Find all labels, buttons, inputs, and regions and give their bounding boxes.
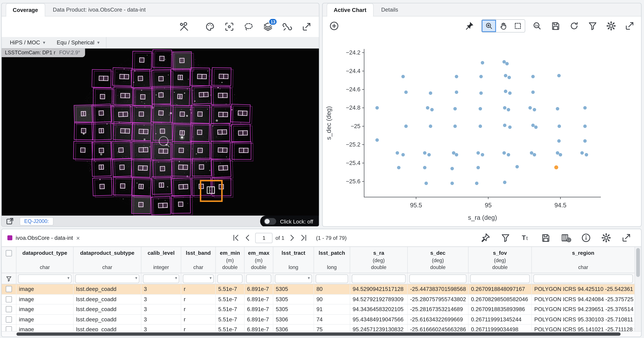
filter-chart-button[interactable] bbox=[586, 19, 599, 33]
column-header-lsst_tract[interactable]: lsst_tractlong bbox=[273, 247, 314, 273]
layers-button[interactable]: 13 bbox=[261, 20, 274, 33]
scrollbar-thumb[interactable] bbox=[636, 248, 640, 277]
cell-em_max: 6.891e-7 bbox=[244, 284, 273, 294]
zoom-original-button[interactable]: 1x bbox=[530, 19, 544, 33]
tab-active-chart[interactable]: Active Chart bbox=[327, 3, 374, 17]
unlink-button[interactable] bbox=[281, 20, 294, 33]
svg-text:95: 95 bbox=[485, 202, 492, 209]
table-tab[interactable]: ivoa.ObsCore - data-int × bbox=[6, 234, 82, 241]
cell-em_max: 6.891e-7 bbox=[244, 304, 273, 314]
column-header-lsst_patch[interactable]: lsst_patchlong bbox=[314, 247, 350, 273]
table-info-button[interactable] bbox=[580, 231, 592, 244]
page-number-input[interactable] bbox=[255, 233, 272, 243]
filter-input-s_dec[interactable] bbox=[409, 274, 466, 283]
select-all-checkbox[interactable] bbox=[6, 250, 12, 256]
column-header-lsst_band[interactable]: lsst_bandchar bbox=[181, 247, 216, 273]
add-chart-button[interactable] bbox=[328, 19, 341, 33]
tab-data-product[interactable]: Data Product: ivoa.ObsCore - data-int bbox=[46, 3, 153, 16]
sky-view[interactable]: LSSTComCam: DP1 r FOV:2.9° bbox=[2, 49, 319, 216]
column-header-dataproduct_subtype[interactable]: dataproduct_subtypechar bbox=[74, 247, 142, 273]
chart-settings-button[interactable] bbox=[604, 19, 618, 33]
expand-viewer-button[interactable] bbox=[300, 20, 313, 33]
filter-input-calib_level[interactable]: ▾ bbox=[143, 274, 179, 283]
recenter-button[interactable] bbox=[223, 20, 236, 33]
filter-input-dataproduct_type[interactable]: ▾ bbox=[18, 274, 72, 283]
close-table-icon[interactable]: × bbox=[76, 234, 80, 241]
row-checkbox[interactable] bbox=[6, 306, 12, 312]
first-page-button[interactable] bbox=[232, 233, 240, 242]
palette-icon bbox=[204, 21, 215, 32]
add-column-button[interactable] bbox=[559, 231, 572, 244]
filter-input-em_min[interactable] bbox=[217, 274, 242, 283]
vertical-scrollbar[interactable] bbox=[634, 247, 641, 331]
save-table-button[interactable] bbox=[539, 231, 552, 244]
projection-dropdown[interactable]: Equ / Spherical ▾ bbox=[52, 37, 104, 48]
pan-mode-button[interactable] bbox=[496, 20, 510, 32]
filter-input-s_ra[interactable] bbox=[352, 274, 406, 283]
table-row[interactable]: imagelsst.deep_coadd3r5.51e-76.891e-7530… bbox=[2, 304, 641, 315]
expand-table-button[interactable] bbox=[620, 231, 633, 244]
table-row[interactable]: imagelsst.deep_coadd3r5.51e-76.891e-7530… bbox=[2, 294, 641, 304]
save-chart-button[interactable] bbox=[549, 19, 562, 33]
tab-details[interactable]: Details bbox=[374, 3, 405, 16]
cell-s_region: POLYGON ICRS 94.425110 -25.542361 94. bbox=[532, 284, 635, 294]
pin-table-button[interactable] bbox=[479, 231, 492, 244]
info-icon bbox=[581, 232, 592, 243]
horizontal-scrollbar[interactable] bbox=[2, 331, 641, 337]
cell-em_min: 5.51e-7 bbox=[216, 284, 244, 294]
filter-input-s_region[interactable] bbox=[534, 274, 633, 283]
cell-em_max: 6.891e-7 bbox=[244, 294, 273, 304]
column-header-calib_level[interactable]: calib_levelinteger bbox=[142, 247, 181, 273]
column-header-s_ra[interactable]: s_ra(deg)double bbox=[350, 247, 408, 273]
cell-s_fov: 0.26708298508582046 bbox=[468, 294, 532, 304]
pin-chart-button[interactable] bbox=[463, 19, 476, 33]
column-header-s_region[interactable]: s_regionchar bbox=[532, 247, 635, 273]
filter-table-button[interactable] bbox=[499, 231, 512, 244]
text-view-button[interactable]: T t bbox=[519, 231, 532, 244]
select-mode-button[interactable] bbox=[510, 20, 525, 32]
scrollbar-thumb[interactable] bbox=[16, 332, 621, 336]
next-page-button[interactable] bbox=[287, 233, 296, 242]
column-header-em_max[interactable]: em_max(m)double bbox=[244, 247, 273, 273]
filter-input-lsst_band[interactable]: ▾ bbox=[183, 274, 214, 283]
scatter-chart[interactable]: −24.2−24.4−24.6−24.8−25−25.2−25.4−25.695… bbox=[323, 35, 641, 227]
cell-lsst_band: r bbox=[181, 304, 216, 314]
column-header-s_fov[interactable]: s_fov(deg)double bbox=[468, 247, 532, 273]
filter-input-lsst_tract[interactable]: ▾ bbox=[275, 274, 312, 283]
column-header-dataproduct_type[interactable]: dataproduct_typechar bbox=[16, 247, 74, 273]
table-row[interactable]: imagelsst.deep_coadd3r5.51e-76.891e-7530… bbox=[2, 284, 641, 294]
filter-input-dataproduct_subtype[interactable]: ▾ bbox=[75, 274, 140, 283]
color-palette-button[interactable] bbox=[204, 20, 216, 33]
filter-input-lsst_patch[interactable] bbox=[316, 274, 348, 283]
filter-funnel-cell[interactable] bbox=[2, 273, 16, 284]
row-checkbox[interactable] bbox=[6, 316, 12, 322]
filter-input-s_fov[interactable] bbox=[470, 274, 530, 283]
region-select-button[interactable] bbox=[242, 20, 255, 33]
filter-input-em_max[interactable] bbox=[246, 274, 271, 283]
click-lock-toggle[interactable]: Click Lock: off bbox=[260, 216, 319, 227]
cell-s_region: POLYGON ICRS 94.239651 -25.376514 94. bbox=[532, 304, 635, 314]
prev-page-button[interactable] bbox=[244, 233, 252, 242]
open-viewer-button[interactable] bbox=[5, 216, 15, 226]
row-checkbox[interactable] bbox=[6, 286, 12, 292]
tools-button[interactable] bbox=[178, 20, 191, 33]
last-page-button[interactable] bbox=[299, 233, 308, 242]
cell-calib_level: 3 bbox=[142, 315, 181, 324]
column-header-em_min[interactable]: em_min(m)double bbox=[216, 247, 244, 273]
cell-lsst_band: r bbox=[181, 294, 216, 304]
coverage-map-canvas[interactable] bbox=[2, 49, 319, 216]
table-row[interactable]: imagelsst.deep_coadd3r5.51e-76.891e-7530… bbox=[2, 315, 641, 325]
restore-chart-button[interactable] bbox=[568, 19, 581, 33]
chart-svg: −24.2−24.4−24.6−24.8−25−25.2−25.4−25.695… bbox=[323, 35, 641, 227]
hips-moc-dropdown[interactable]: HiPS / MOC ▾ bbox=[5, 37, 50, 48]
table-row[interactable]: imagelsst.deep_coadd3r5.51e-76.891e-7530… bbox=[2, 324, 641, 332]
row-checkbox[interactable] bbox=[6, 296, 12, 302]
table-settings-button[interactable] bbox=[600, 231, 613, 244]
expand-chart-button[interactable] bbox=[623, 19, 636, 33]
cell-lsst_patch: 90 bbox=[314, 294, 350, 304]
tab-coverage[interactable]: Coverage bbox=[6, 3, 45, 17]
zoom-mode-button[interactable] bbox=[482, 20, 496, 32]
toggle-knob[interactable] bbox=[264, 218, 276, 225]
column-header-s_dec[interactable]: s_dec(deg)double bbox=[408, 247, 468, 273]
table-body[interactable]: imagelsst.deep_coadd3r5.51e-76.891e-7530… bbox=[2, 284, 641, 332]
